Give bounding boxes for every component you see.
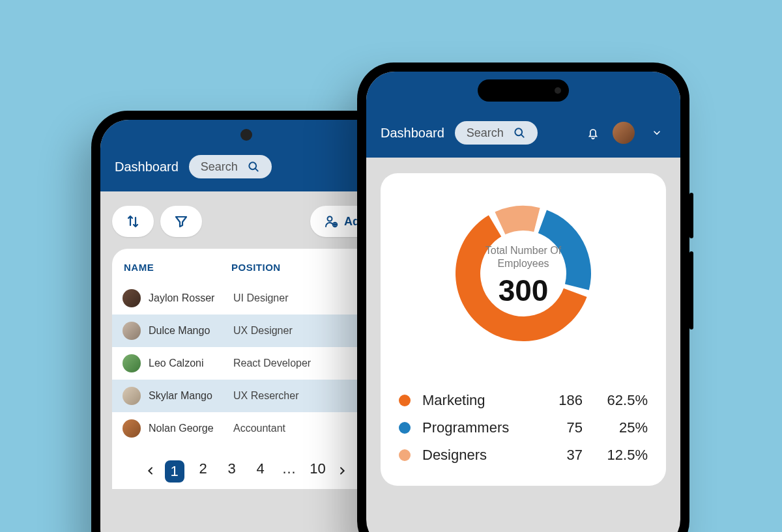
legend-dot (399, 449, 411, 461)
col-name: NAME (124, 262, 231, 273)
avatar (123, 289, 141, 307)
legend-name: Designers (422, 447, 530, 464)
legend-percent: 25% (583, 419, 648, 436)
legend-name: Marketing (422, 392, 530, 409)
page-number[interactable]: 3 (222, 460, 242, 483)
side-button (689, 251, 693, 329)
cell-position: Accountant (233, 423, 285, 434)
legend-percent: 12.5% (583, 447, 648, 464)
page-number[interactable]: 1 (165, 460, 184, 483)
sort-button[interactable] (112, 206, 154, 237)
legend-dot (399, 395, 411, 406)
filter-icon (173, 214, 189, 229)
donut-center-label: Total Number Of Employees (461, 244, 586, 270)
avatar (123, 322, 141, 340)
legend-row: Marketing18662.5% (399, 387, 648, 414)
legend-dot (399, 422, 411, 434)
legend-name: Programmers (422, 419, 530, 436)
legend-value: 37 (530, 447, 583, 464)
table-row[interactable]: Skylar MangoUX Resercher (112, 380, 380, 412)
chart-legend: Marketing18662.5%Programmers7525%Designe… (399, 387, 648, 469)
chevron-right-icon (337, 466, 347, 476)
cell-position: React Developer (233, 357, 311, 369)
legend-row: Designers3712.5% (399, 441, 648, 469)
cell-name: Skylar Mango (149, 390, 233, 402)
donut-center: Total Number Of Employees 300 (461, 244, 586, 308)
sort-icon (125, 214, 141, 229)
employee-donut-chart: Total Number Of Employees 300 (399, 195, 648, 365)
donut-segment-designers (495, 206, 540, 234)
employee-stats-card: Total Number Of Employees 300 Marketing1… (381, 173, 666, 486)
page-prev-button[interactable] (145, 463, 156, 480)
svg-line-1 (255, 169, 258, 171)
table-toolbar: Add (100, 191, 392, 249)
cell-position: UI Designer (233, 292, 288, 304)
avatar (123, 387, 141, 405)
employee-table: NAME POSITION Jaylon RosserUI DesignerDu… (112, 249, 380, 489)
dynamic-island (478, 79, 569, 102)
table-row[interactable]: Jaylon RosserUI Designer (112, 282, 380, 315)
table-row[interactable]: Leo CalzoniReact Developer (112, 347, 380, 380)
pagination: 1234…10 (112, 445, 380, 489)
add-user-icon (323, 214, 339, 229)
page-ellipsis: … (280, 460, 299, 483)
search-input[interactable]: Search (189, 155, 272, 178)
bell-icon[interactable] (584, 124, 602, 142)
page-title: Dashboard (381, 126, 444, 141)
avatar (123, 354, 141, 372)
search-icon[interactable] (510, 124, 529, 142)
cell-name: Leo Calzoni (149, 357, 233, 369)
cell-position: UX Designer (233, 325, 293, 337)
cell-name: Nolan George (149, 423, 233, 434)
phone-screen-right: Dashboard Search Total Numbe (366, 72, 680, 532)
search-placeholder: Search (467, 126, 504, 140)
legend-value: 75 (530, 419, 583, 436)
search-icon[interactable] (244, 158, 263, 176)
filter-button[interactable] (160, 206, 202, 237)
phone-screen-left: Dashboard Search Add (100, 120, 392, 532)
donut-center-value: 300 (461, 273, 586, 308)
phone-mockup-right: Dashboard Search Total Numbe (357, 63, 689, 532)
dashboard-content: Total Number Of Employees 300 Marketing1… (366, 158, 680, 486)
cell-name: Jaylon Rosser (149, 292, 233, 304)
table-header: NAME POSITION (112, 249, 380, 282)
page-number[interactable]: 10 (308, 460, 328, 483)
legend-row: Programmers7525% (399, 414, 648, 441)
search-input[interactable]: Search (455, 121, 538, 145)
page-number[interactable]: 4 (251, 460, 270, 483)
avatar[interactable] (613, 122, 635, 144)
table-row[interactable]: Nolan GeorgeAccountant (112, 412, 380, 445)
page-title: Dashboard (115, 160, 179, 175)
legend-percent: 62.5% (583, 392, 648, 409)
col-position: POSITION (231, 262, 281, 273)
search-placeholder: Search (201, 160, 238, 174)
avatar (123, 419, 141, 438)
table-row[interactable]: Dulce MangoUX Designer (112, 315, 380, 347)
page-number[interactable]: 2 (194, 460, 213, 483)
chevron-down-icon (652, 128, 662, 138)
cell-name: Dulce Mango (149, 325, 233, 337)
legend-value: 186 (530, 392, 583, 409)
phone-mockup-left: Dashboard Search Add (91, 111, 401, 532)
camera-hole (240, 129, 252, 141)
side-button (689, 193, 693, 238)
svg-line-5 (521, 135, 524, 137)
svg-point-2 (328, 217, 332, 221)
cell-position: UX Resercher (233, 390, 298, 402)
page-next-button[interactable] (337, 463, 347, 480)
profile-menu-button[interactable] (648, 124, 666, 142)
chevron-left-icon (145, 466, 156, 476)
